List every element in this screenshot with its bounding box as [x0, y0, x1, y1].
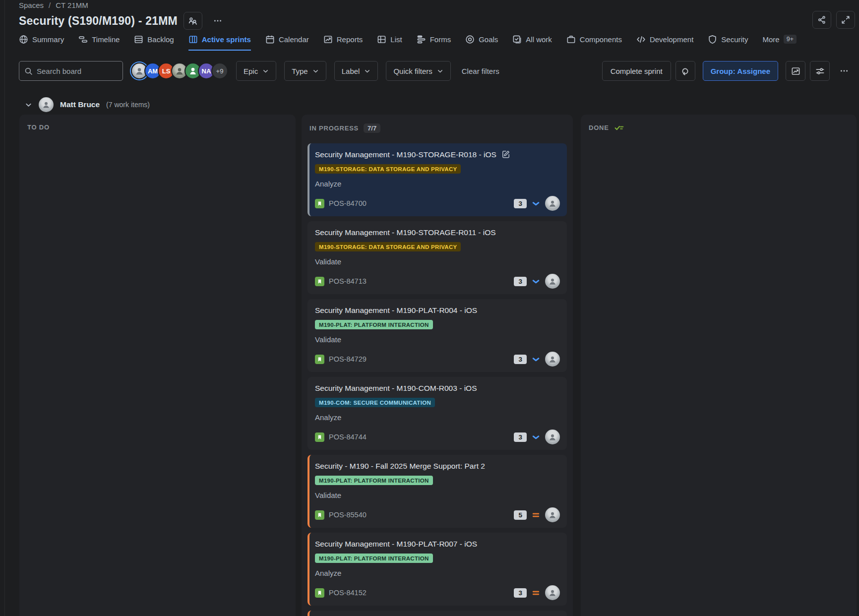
chevron-down-icon [312, 68, 319, 74]
column-title: IN PROGRESS [309, 124, 359, 132]
column-done: DONE [581, 115, 857, 616]
assignee-avatar[interactable] [545, 585, 560, 600]
share-button[interactable] [812, 11, 831, 29]
group-by-button[interactable]: Group: Assignee [703, 61, 778, 81]
board-card[interactable]: Security Management - M190-COM-R003 - iO… [307, 377, 567, 450]
more-count-badge: 9+ [784, 35, 797, 44]
label-filter-dropdown[interactable]: Label [334, 61, 378, 81]
tab-active-sprints[interactable]: Active sprints [188, 35, 251, 51]
expand-icon [841, 15, 850, 24]
tab-forms[interactable]: Forms [417, 35, 451, 51]
epic-filter-dropdown[interactable]: Epic [236, 61, 276, 81]
all-work-icon [512, 35, 522, 44]
backlog-icon [134, 35, 143, 44]
chevron-down-icon [25, 101, 32, 109]
fullscreen-button[interactable] [836, 11, 855, 29]
dropdown-label: Epic [244, 67, 258, 75]
card-status: Analyze [315, 180, 560, 188]
tab-backlog[interactable]: Backlog [134, 35, 174, 51]
priority-low-icon [531, 432, 541, 442]
assignee-avatar[interactable] [545, 196, 560, 211]
board-more-button[interactable] [834, 61, 854, 81]
breadcrumb-separator: / [49, 1, 51, 9]
search-board[interactable] [19, 61, 123, 81]
insights-button[interactable] [786, 61, 805, 81]
board-card[interactable]: Security Management - M190-PLAT-R004 - i… [307, 299, 567, 372]
insights-chart-icon [791, 66, 800, 76]
tab-security[interactable]: Security [708, 35, 748, 51]
tab-components[interactable]: Components [566, 35, 622, 51]
view-tabs: Summary Timeline Backlog Active sprints … [19, 35, 797, 51]
card-key: POS-84713 [329, 277, 367, 285]
board-card[interactable]: Security Management - M190-PLAT-R007 - i… [307, 533, 567, 606]
edit-summary-button[interactable] [501, 150, 510, 159]
card-title: Security - M190 - Fall 2025 Merge Suppor… [315, 461, 485, 471]
tab-label: Timeline [92, 35, 120, 44]
story-points-badge: 3 [514, 588, 527, 598]
story-points-badge: 3 [514, 277, 527, 286]
board-card[interactable]: Security Management - M190-STORAGE-R011 … [307, 221, 567, 294]
sprint-board: TO DO IN PROGRESS 7/7 Security Managemen… [19, 115, 857, 616]
breadcrumb-spaces[interactable]: Spaces [19, 1, 44, 9]
chevron-down-icon [262, 68, 269, 74]
view-settings-button[interactable] [810, 61, 830, 81]
type-filter-dropdown[interactable]: Type [284, 61, 326, 81]
tab-summary[interactable]: Summary [19, 35, 64, 51]
people-icon [188, 16, 197, 26]
avatar-overflow[interactable]: +9 [211, 62, 228, 79]
collapse-group-button[interactable] [25, 101, 32, 109]
ellipsis-icon [213, 16, 222, 25]
tab-label: All work [526, 35, 552, 44]
tab-label: Development [650, 35, 693, 44]
board-card-partial[interactable] [307, 611, 567, 616]
tab-more[interactable]: More 9+ [763, 35, 797, 50]
tab-label: Reports [337, 35, 363, 44]
tab-label: Forms [430, 35, 451, 44]
tab-goals[interactable]: Goals [465, 35, 498, 51]
avatar-label: NA [202, 67, 211, 75]
quick-filters-dropdown[interactable]: Quick filters [386, 61, 450, 81]
dropdown-label: Quick filters [393, 67, 432, 75]
people-button[interactable] [184, 12, 202, 30]
search-input[interactable] [37, 67, 118, 75]
reports-icon [323, 35, 333, 44]
avatar-label: LS [162, 67, 171, 75]
tab-label: Goals [479, 35, 498, 44]
priority-low-icon [531, 355, 541, 364]
story-type-icon [315, 199, 324, 208]
assignee-avatar[interactable] [545, 274, 560, 289]
story-type-icon [315, 277, 324, 286]
board-card[interactable]: Security Management - M190-STORAGE-R018 … [307, 143, 567, 216]
clear-filters-button[interactable]: Clear filters [462, 67, 499, 75]
complete-sprint-button[interactable]: Complete sprint [602, 61, 671, 81]
tab-reports[interactable]: Reports [323, 35, 363, 51]
sprint-loop-button[interactable] [675, 61, 695, 81]
card-status: Analyze [315, 413, 560, 422]
tab-all-work[interactable]: All work [512, 35, 552, 51]
label-chip: M190-PLAT: PLATFORM INTERACTION [315, 320, 433, 329]
search-icon [24, 67, 33, 75]
globe-icon [19, 35, 28, 44]
label-chip: M190-STORAGE: DATA STORAGE AND PRIVACY [315, 242, 461, 251]
title-more-button[interactable] [208, 12, 227, 30]
board-card[interactable]: Security - M190 - Fall 2025 Merge Suppor… [307, 455, 567, 528]
assignee-avatar[interactable] [545, 507, 560, 522]
story-type-icon [315, 355, 324, 364]
tab-timeline[interactable]: Timeline [78, 35, 120, 51]
tab-list[interactable]: List [377, 35, 402, 51]
tab-development[interactable]: Development [636, 35, 693, 51]
dropdown-label: Type [292, 67, 308, 75]
tab-calendar[interactable]: Calendar [265, 35, 309, 51]
page-title: Security (S190/M190) - 21MM [19, 14, 178, 28]
card-key: POS-84700 [329, 199, 367, 207]
components-icon [566, 35, 576, 44]
chevron-down-icon [364, 68, 370, 74]
story-points-badge: 5 [514, 510, 527, 520]
assignee-avatar[interactable] [545, 430, 560, 444]
tab-label: Active sprints [202, 35, 251, 44]
card-title: Security Management - M190-STORAGE-R011 … [315, 227, 496, 238]
assignee-avatar[interactable] [545, 352, 560, 367]
breadcrumb-project[interactable]: CT 21MM [56, 1, 88, 9]
forms-icon [417, 35, 426, 44]
timeline-icon [78, 35, 88, 44]
